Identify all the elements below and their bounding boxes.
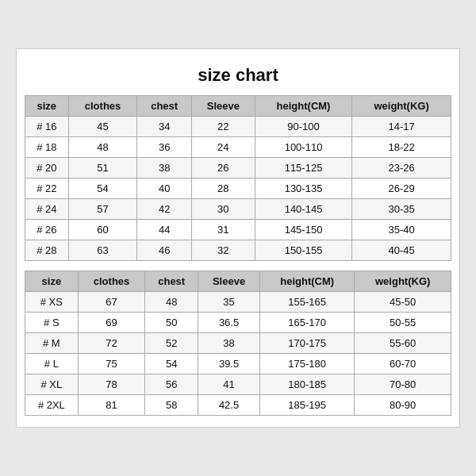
table-row: # L755439.5175-18060-70 bbox=[25, 354, 451, 374]
table-cell: 40 bbox=[137, 178, 191, 199]
table-cell: 35 bbox=[198, 292, 260, 313]
table-cell: 130-135 bbox=[255, 178, 351, 199]
table-cell: 45 bbox=[68, 117, 137, 137]
table-cell: 60 bbox=[68, 220, 137, 240]
table-cell: 75 bbox=[78, 354, 145, 374]
table-cell: 63 bbox=[68, 240, 137, 261]
table-cell: # M bbox=[25, 333, 79, 354]
table2-header: sizeclotheschestSleeveheight(CM)weight(K… bbox=[25, 271, 451, 292]
table-cell: 81 bbox=[78, 395, 145, 416]
column-header: size bbox=[25, 271, 79, 292]
table-cell: 26-29 bbox=[352, 178, 451, 199]
table-cell: 52 bbox=[145, 333, 198, 354]
table-cell: # 26 bbox=[25, 220, 69, 240]
table-cell: # 16 bbox=[25, 117, 69, 137]
table-cell: 44 bbox=[137, 220, 191, 240]
table-cell: 35-40 bbox=[352, 220, 451, 240]
chart-title: size chart bbox=[25, 57, 451, 95]
table-cell: 48 bbox=[68, 137, 137, 158]
table-cell: # 20 bbox=[25, 158, 69, 178]
size-chart-card: size chart sizeclotheschestSleeveheight(… bbox=[16, 48, 460, 428]
size-table-2: sizeclotheschestSleeveheight(CM)weight(K… bbox=[25, 271, 451, 416]
table-cell: 42 bbox=[137, 199, 191, 220]
table-cell: 90-100 bbox=[255, 117, 351, 137]
table-row: # 2XL815842.5185-19580-90 bbox=[25, 395, 451, 416]
table-cell: 38 bbox=[198, 333, 260, 354]
table-cell: # S bbox=[25, 313, 79, 333]
table-row: # 26604431145-15035-40 bbox=[25, 220, 451, 240]
table-cell: 38 bbox=[137, 158, 191, 178]
table-cell: 140-145 bbox=[255, 199, 351, 220]
table-cell: 70-80 bbox=[355, 374, 451, 395]
table-cell: 51 bbox=[68, 158, 137, 178]
table-cell: # 18 bbox=[25, 137, 69, 158]
table-cell: 24 bbox=[191, 137, 255, 158]
column-header: Sleeve bbox=[198, 271, 260, 292]
table-row: # 28634632150-15540-45 bbox=[25, 240, 451, 261]
table-cell: 50 bbox=[145, 313, 198, 333]
column-header: weight(KG) bbox=[355, 271, 451, 292]
table-cell: 80-90 bbox=[355, 395, 451, 416]
table-cell: 60-70 bbox=[355, 354, 451, 374]
table-cell: 150-155 bbox=[255, 240, 351, 261]
table-row: # M725238170-17555-60 bbox=[25, 333, 451, 354]
table-row: # 1645342290-10014-17 bbox=[25, 117, 451, 137]
size-table-1: sizeclotheschestSleeveheight(CM)weight(K… bbox=[25, 95, 451, 261]
table-cell: 67 bbox=[78, 292, 145, 313]
column-header: clothes bbox=[78, 271, 145, 292]
table-row: # 24574230140-14530-35 bbox=[25, 199, 451, 220]
table-cell: 78 bbox=[78, 374, 145, 395]
table-cell: 57 bbox=[68, 199, 137, 220]
table-cell: 14-17 bbox=[352, 117, 451, 137]
table-cell: 18-22 bbox=[352, 137, 451, 158]
column-header: chest bbox=[137, 96, 191, 117]
table-cell: 50-55 bbox=[355, 313, 451, 333]
table-cell: 42.5 bbox=[198, 395, 260, 416]
table-cell: 22 bbox=[191, 117, 255, 137]
table-row: # S695036.5165-17050-55 bbox=[25, 313, 451, 333]
table-cell: 175-180 bbox=[260, 354, 355, 374]
table-cell: 41 bbox=[198, 374, 260, 395]
table-cell: 23-26 bbox=[352, 158, 451, 178]
column-header: size bbox=[25, 96, 69, 117]
table2-body: # XS674835155-16545-50# S695036.5165-170… bbox=[25, 292, 451, 416]
table-cell: 36 bbox=[137, 137, 191, 158]
column-header: Sleeve bbox=[191, 96, 255, 117]
table-cell: 56 bbox=[145, 374, 198, 395]
column-header: clothes bbox=[68, 96, 137, 117]
table-cell: 180-185 bbox=[260, 374, 355, 395]
column-header: height(CM) bbox=[260, 271, 355, 292]
column-header: weight(KG) bbox=[352, 96, 451, 117]
table-cell: 34 bbox=[137, 117, 191, 137]
table-cell: 170-175 bbox=[260, 333, 355, 354]
table-cell: 100-110 bbox=[255, 137, 351, 158]
table-cell: 165-170 bbox=[260, 313, 355, 333]
table-cell: 46 bbox=[137, 240, 191, 261]
table-cell: # 28 bbox=[25, 240, 69, 261]
table-cell: 32 bbox=[191, 240, 255, 261]
table-cell: 155-165 bbox=[260, 292, 355, 313]
table-cell: 115-125 bbox=[255, 158, 351, 178]
table-cell: # XS bbox=[25, 292, 79, 313]
table-row: # 18483624100-11018-22 bbox=[25, 137, 451, 158]
table-cell: 69 bbox=[78, 313, 145, 333]
table-cell: 36.5 bbox=[198, 313, 260, 333]
table-cell: 30-35 bbox=[352, 199, 451, 220]
table-cell: 54 bbox=[145, 354, 198, 374]
table-cell: # L bbox=[25, 354, 79, 374]
table-cell: 185-195 bbox=[260, 395, 355, 416]
table-cell: 58 bbox=[145, 395, 198, 416]
table1-header: sizeclotheschestSleeveheight(CM)weight(K… bbox=[25, 96, 451, 117]
table-cell: 45-50 bbox=[355, 292, 451, 313]
table-cell: 72 bbox=[78, 333, 145, 354]
table-cell: 31 bbox=[191, 220, 255, 240]
table-cell: 54 bbox=[68, 178, 137, 199]
column-header: chest bbox=[145, 271, 198, 292]
table1-body: # 1645342290-10014-17# 18483624100-11018… bbox=[25, 117, 451, 261]
table-cell: 40-45 bbox=[352, 240, 451, 261]
table-cell: # 24 bbox=[25, 199, 69, 220]
table-cell: # 22 bbox=[25, 178, 69, 199]
table-cell: 145-150 bbox=[255, 220, 351, 240]
table-cell: 48 bbox=[145, 292, 198, 313]
table-row: # 20513826115-12523-26 bbox=[25, 158, 451, 178]
